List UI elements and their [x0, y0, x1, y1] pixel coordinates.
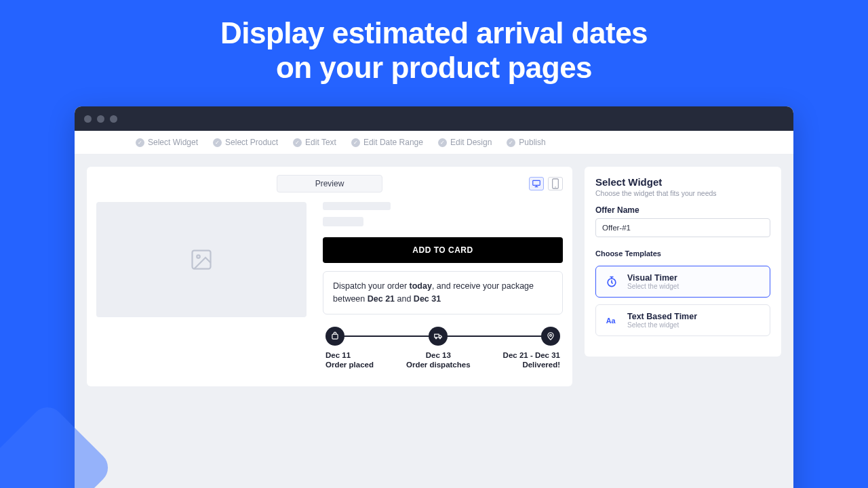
- dispatch-date-start: Dec 21: [368, 294, 395, 304]
- step-label: Edit Text: [305, 138, 336, 147]
- step-select-widget[interactable]: ✓Select Widget: [136, 138, 198, 147]
- timeline-date: Dec 13: [406, 351, 471, 359]
- check-icon: ✓: [438, 138, 447, 147]
- image-icon: [189, 247, 214, 272]
- panel-subtitle: Choose the widget that fits your needs: [595, 189, 770, 197]
- mobile-icon: [552, 178, 559, 189]
- location-icon: [541, 327, 560, 346]
- timeline-label: Delivered!: [503, 361, 560, 369]
- window-dot: [97, 115, 104, 123]
- truck-icon: [429, 327, 448, 346]
- product-details: ADD TO CARD Dispatch your order today, a…: [323, 202, 563, 369]
- timeline-step-dispatched: Dec 13 Order dispatches: [406, 327, 471, 369]
- template-sub: Select the widget: [627, 321, 697, 329]
- template-title: Visual Timer: [627, 273, 679, 283]
- step-edit-text[interactable]: ✓Edit Text: [293, 138, 336, 147]
- svg-rect-5: [332, 334, 338, 339]
- step-select-product[interactable]: ✓Select Product: [213, 138, 278, 147]
- settings-panel: Select Widget Choose the widget that fit…: [585, 167, 781, 357]
- svg-point-4: [197, 255, 200, 258]
- check-icon: ✓: [351, 138, 360, 147]
- template-text-timer[interactable]: Aa Text Based Timer Select the widget: [595, 304, 770, 336]
- window-dot: [84, 115, 92, 123]
- delivery-timeline: Dec 11 Order placed Dec 13 Order dispatc…: [323, 327, 563, 369]
- choose-templates-label: Choose Templates: [595, 249, 770, 258]
- app-chrome: ✓Select Widget ✓Select Product ✓Edit Tex…: [75, 131, 793, 488]
- skeleton-line: [323, 217, 363, 226]
- offer-name-input[interactable]: [595, 218, 770, 237]
- check-icon: ✓: [293, 138, 302, 147]
- preview-header: Preview: [96, 175, 563, 192]
- step-publish[interactable]: ✓Publish: [507, 138, 545, 147]
- timeline-step-delivered: Dec 21 - Dec 31 Delivered!: [503, 327, 560, 369]
- step-label: Publish: [519, 138, 545, 147]
- hero-line-1: Display estimated arrival dates: [220, 16, 648, 49]
- svg-point-8: [550, 334, 552, 336]
- app-window: ✓Select Widget ✓Select Product ✓Edit Tex…: [75, 106, 793, 488]
- check-icon: ✓: [136, 138, 144, 147]
- desktop-view-button[interactable]: [529, 177, 544, 190]
- product-mock: ADD TO CARD Dispatch your order today, a…: [96, 202, 563, 369]
- text-icon: Aa: [604, 313, 619, 328]
- timeline-date: Dec 21 - Dec 31: [503, 351, 560, 359]
- timer-icon: [604, 274, 619, 289]
- svg-point-7: [439, 338, 441, 339]
- skeleton-line: [323, 202, 391, 210]
- template-text: Text Based Timer Select the widget: [627, 312, 697, 329]
- offer-name-label: Offer Name: [595, 205, 770, 215]
- timeline-label: Order placed: [326, 361, 374, 369]
- timeline-step-placed: Dec 11 Order placed: [326, 327, 374, 369]
- timeline-date: Dec 11: [326, 351, 374, 359]
- dispatch-info: Dispatch your order today, and receive y…: [323, 271, 563, 314]
- hero-line-2: on your product pages: [276, 51, 592, 84]
- dispatch-today: today: [410, 281, 432, 291]
- step-label: Select Product: [225, 138, 278, 147]
- dispatch-text: Dispatch your order: [333, 281, 410, 291]
- preview-panel: Preview: [87, 167, 572, 386]
- template-visual-timer[interactable]: Visual Timer Select the widget: [595, 266, 770, 298]
- dispatch-date-end: Dec 31: [414, 294, 441, 304]
- step-label: Select Widget: [148, 138, 198, 147]
- check-icon: ✓: [213, 138, 222, 147]
- step-label: Edit Date Range: [363, 138, 423, 147]
- step-edit-date-range[interactable]: ✓Edit Date Range: [351, 138, 423, 147]
- template-title: Text Based Timer: [627, 312, 697, 321]
- device-toggle: [529, 177, 563, 190]
- hero-title: Display estimated arrival dates on your …: [0, 0, 868, 106]
- add-to-cart-button[interactable]: ADD TO CARD: [323, 237, 563, 263]
- mobile-view-button[interactable]: [548, 177, 563, 190]
- app-body: Preview: [75, 155, 793, 488]
- template-text: Visual Timer Select the widget: [627, 273, 679, 290]
- svg-point-6: [435, 338, 437, 339]
- step-edit-design[interactable]: ✓Edit Design: [438, 138, 492, 147]
- step-bar: ✓Select Widget ✓Select Product ✓Edit Tex…: [75, 131, 793, 155]
- cart-icon: [326, 327, 344, 346]
- check-icon: ✓: [507, 138, 515, 147]
- step-label: Edit Design: [450, 138, 492, 147]
- svg-rect-0: [533, 181, 540, 186]
- svg-text:Aa: Aa: [606, 317, 616, 325]
- window-titlebar: [75, 106, 793, 131]
- window-dot: [110, 115, 117, 123]
- dispatch-text: and: [395, 294, 414, 304]
- desktop-icon: [532, 179, 541, 188]
- preview-tab[interactable]: Preview: [277, 175, 383, 192]
- svg-point-2: [555, 186, 555, 187]
- timeline-label: Order dispatches: [406, 361, 471, 369]
- panel-title: Select Widget: [595, 176, 770, 188]
- template-sub: Select the widget: [627, 283, 679, 290]
- image-placeholder: [96, 202, 307, 317]
